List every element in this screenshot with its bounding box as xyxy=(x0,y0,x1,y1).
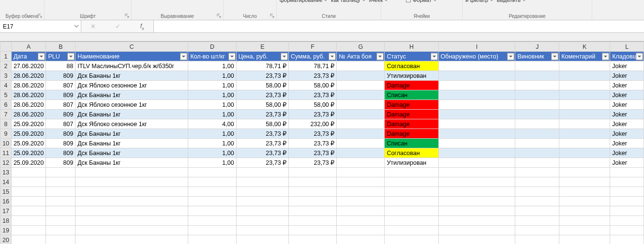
cell[interactable] xyxy=(337,177,385,187)
cell[interactable]: 23,73 ₽ xyxy=(289,129,337,139)
table-header-cell[interactable]: Кол-во шт/кг xyxy=(188,52,236,61)
cell[interactable] xyxy=(46,216,75,226)
cell[interactable]: 4,00 xyxy=(188,119,236,129)
cell[interactable] xyxy=(438,139,515,148)
cell[interactable] xyxy=(75,235,188,244)
row-header[interactable]: 15 xyxy=(0,187,12,197)
cell[interactable] xyxy=(75,226,188,235)
cell[interactable]: Утилизирован xyxy=(385,158,438,168)
filter-dropdown-icon[interactable] xyxy=(38,53,45,60)
cell[interactable]: 58,00 ₽ xyxy=(236,81,288,90)
cell[interactable]: 58,00 ₽ xyxy=(236,100,288,110)
cell[interactable] xyxy=(438,110,515,119)
cell[interactable] xyxy=(559,81,610,90)
table-row[interactable]: 1025.09.2020809Дск Бананы 1кг1,0023,73 ₽… xyxy=(0,139,644,148)
cell[interactable] xyxy=(337,110,385,119)
cell[interactable] xyxy=(515,187,559,197)
cell[interactable]: 1,00 xyxy=(188,148,236,158)
cell[interactable] xyxy=(515,110,559,119)
cell[interactable]: 27.06.2020 xyxy=(11,61,46,71)
cell[interactable] xyxy=(337,216,385,226)
row-header[interactable]: 2 xyxy=(0,61,12,71)
empty-row[interactable]: 19 xyxy=(0,226,644,235)
column-header-D[interactable]: D xyxy=(188,42,236,52)
cell[interactable] xyxy=(11,235,46,244)
cell[interactable]: 809 xyxy=(46,90,75,100)
cell[interactable] xyxy=(46,197,75,206)
table-header-cell[interactable]: Цена, руб. xyxy=(236,52,288,61)
row-header[interactable]: 18 xyxy=(0,216,12,226)
row-header[interactable]: 6 xyxy=(0,100,12,110)
column-header-H[interactable]: H xyxy=(385,42,438,52)
filter-dropdown-icon[interactable] xyxy=(180,53,187,60)
cell[interactable]: 809 xyxy=(46,148,75,158)
column-header-E[interactable]: E xyxy=(236,42,288,52)
cell[interactable]: Joker xyxy=(610,100,644,110)
cell[interactable] xyxy=(188,206,236,216)
sort-filter-button[interactable]: и фильтр xyxy=(465,0,494,3)
cell[interactable]: Согласован xyxy=(385,148,438,158)
cell[interactable] xyxy=(236,206,288,216)
cell[interactable]: Дск Бананы 1кг xyxy=(75,71,188,81)
conditional-formatting-button[interactable]: форматирование xyxy=(280,0,328,3)
cell[interactable] xyxy=(559,61,610,71)
cell[interactable] xyxy=(515,90,559,100)
cell[interactable]: ITLV МаслиныСУП.чер.б/к ж/б350г xyxy=(75,61,188,71)
cell[interactable]: 23,73 ₽ xyxy=(236,110,288,119)
cell[interactable] xyxy=(559,90,610,100)
cell[interactable]: Damage xyxy=(385,129,438,139)
cell[interactable] xyxy=(236,226,288,235)
cell[interactable]: Утилизирован xyxy=(385,71,438,81)
cell[interactable]: Joker xyxy=(610,129,644,139)
cell[interactable]: 23,73 ₽ xyxy=(236,90,288,100)
cell[interactable] xyxy=(438,100,515,110)
empty-row[interactable]: 20 xyxy=(0,235,644,244)
cell[interactable] xyxy=(559,206,610,216)
cell[interactable]: Joker xyxy=(610,110,644,119)
cell[interactable] xyxy=(337,119,385,129)
dialog-launcher-icon[interactable] xyxy=(124,13,130,19)
cell[interactable] xyxy=(11,197,46,206)
cell[interactable] xyxy=(438,148,515,158)
cell[interactable] xyxy=(438,216,515,226)
cell[interactable]: Joker xyxy=(610,81,644,90)
cell[interactable] xyxy=(46,235,75,244)
cell[interactable]: Дск Бананы 1кг xyxy=(75,148,188,158)
cell[interactable] xyxy=(559,139,610,148)
column-header-A[interactable]: A xyxy=(11,42,46,52)
cell[interactable] xyxy=(337,129,385,139)
empty-row[interactable]: 17 xyxy=(0,206,644,216)
cell[interactable] xyxy=(385,197,438,206)
cell[interactable] xyxy=(610,197,644,206)
cell[interactable] xyxy=(438,71,515,81)
table-header-cell[interactable]: Дата xyxy=(11,52,46,61)
cell[interactable] xyxy=(289,187,337,197)
cell[interactable] xyxy=(515,226,559,235)
table-row[interactable]: 728.06.2020809Дск Бананы 1кг1,0023,73 ₽2… xyxy=(0,110,644,119)
cell[interactable] xyxy=(515,216,559,226)
cell[interactable] xyxy=(289,168,337,177)
cell[interactable] xyxy=(236,168,288,177)
cell[interactable]: 25.09.2020 xyxy=(11,148,46,158)
empty-row[interactable]: 16 xyxy=(0,197,644,206)
cell[interactable]: Joker xyxy=(610,71,644,81)
cell[interactable] xyxy=(337,100,385,110)
table-header-cell[interactable]: Обнаружено (место) xyxy=(438,52,515,61)
cell[interactable] xyxy=(515,168,559,177)
cell[interactable] xyxy=(610,206,644,216)
cell[interactable] xyxy=(438,168,515,177)
row-header[interactable]: 17 xyxy=(0,206,12,216)
cell[interactable]: Дск Яблоко сезонное 1кг xyxy=(75,119,188,129)
cell[interactable] xyxy=(11,177,46,187)
cell[interactable] xyxy=(515,139,559,148)
cell[interactable] xyxy=(236,235,288,244)
table-header-cell[interactable]: PLU xyxy=(46,52,75,61)
cell[interactable]: 809 xyxy=(46,71,75,81)
cell[interactable] xyxy=(385,187,438,197)
cell[interactable]: Damage xyxy=(385,119,438,129)
cell[interactable] xyxy=(515,158,559,168)
cell[interactable]: 28.06.2020 xyxy=(11,110,46,119)
cell[interactable] xyxy=(559,158,610,168)
cell[interactable] xyxy=(188,197,236,206)
cell[interactable] xyxy=(610,216,644,226)
